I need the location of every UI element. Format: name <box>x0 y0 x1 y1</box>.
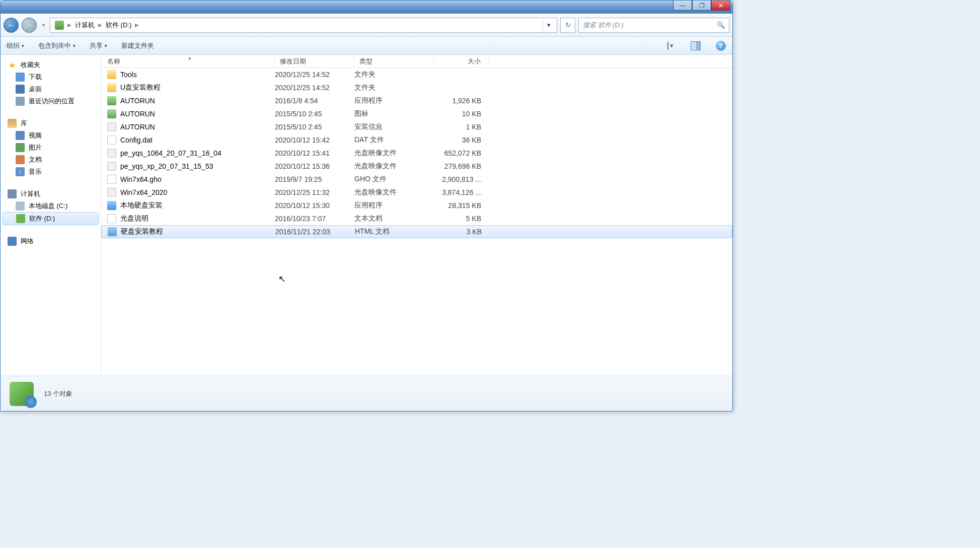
address-bar[interactable]: ▶ 计算机 ▶ 软件 (D:) ▶ ▾ <box>50 18 557 33</box>
sidebar-group-computer: 计算机 本地磁盘 (C:) 软件 (D:) <box>1 188 101 225</box>
file-date: 2020/10/12 15:42 <box>275 136 354 144</box>
search-input[interactable]: 搜索 软件 (D:) 🔍 <box>578 18 729 33</box>
file-date: 2015/5/10 2:45 <box>275 123 354 131</box>
minimize-button[interactable]: — <box>673 1 692 11</box>
history-dropdown[interactable]: ▾ <box>40 20 47 30</box>
file-type: 光盘映像文件 <box>354 162 434 171</box>
file-type: 文件夹 <box>354 70 434 79</box>
column-header-size[interactable]: 大小 <box>434 55 489 67</box>
file-date: 2020/10/12 15:30 <box>275 201 354 210</box>
file-name: AUTORUN <box>120 97 155 105</box>
file-row[interactable]: pe_yqs_1064_20_07_31_16_042020/10/12 15:… <box>101 147 732 160</box>
file-type-icon <box>107 109 116 118</box>
column-header-date[interactable]: 修改日期 <box>275 55 354 67</box>
preview-pane-button[interactable] <box>690 40 701 51</box>
document-icon <box>16 155 25 164</box>
file-row[interactable]: 光盘说明2016/10/23 7:07文本文档5 KB <box>101 212 732 225</box>
breadcrumb-drive[interactable]: 软件 (D:) <box>103 21 134 30</box>
file-date: 2020/12/25 14:52 <box>275 84 354 92</box>
file-size: 3 KB <box>434 228 490 236</box>
sidebar-header-network[interactable]: 网络 <box>1 235 101 247</box>
sidebar-item-documents[interactable]: 文档 <box>1 154 101 166</box>
help-icon: ? <box>716 41 726 51</box>
drive-large-icon <box>10 382 34 406</box>
file-date: 2016/10/23 7:07 <box>275 215 354 223</box>
file-row[interactable]: AUTORUN2016/1/8 4:54应用程序1,926 KB <box>101 94 732 107</box>
sidebar-item-desktop[interactable]: 桌面 <box>1 83 101 95</box>
forward-button[interactable]: → <box>22 18 37 33</box>
list-view-icon <box>667 42 668 50</box>
window-controls: — ❐ ✕ <box>673 1 732 11</box>
file-type-icon <box>107 214 116 223</box>
recent-icon <box>16 97 25 106</box>
sidebar-item-pictures[interactable]: 图片 <box>1 142 101 154</box>
file-row[interactable]: AUTORUN2015/5/10 2:45安装信息1 KB <box>101 120 732 133</box>
share-button[interactable]: 共享▾ <box>90 41 107 50</box>
sidebar-item-drive-d[interactable]: 软件 (D:) <box>3 212 99 225</box>
file-row[interactable]: pe_yqs_xp_20_07_31_15_532020/10/12 15:36… <box>101 160 732 173</box>
address-dropdown-button[interactable]: ▾ <box>543 18 555 32</box>
back-button[interactable]: ← <box>4 18 19 33</box>
file-name: Config.dat <box>120 136 153 144</box>
file-name: 硬盘安装教程 <box>121 227 163 236</box>
toolbar: 组织▾ 包含到库中▾ 共享▾ 新建文件夹 ▾ ? <box>1 37 732 55</box>
title-bar: — ❐ ✕ <box>1 1 732 14</box>
file-row[interactable]: U盘安装教程2020/12/25 14:52文件夹 <box>101 81 732 94</box>
file-size: 10 KB <box>434 110 489 118</box>
file-size: 1 KB <box>434 123 489 131</box>
sidebar-item-music[interactable]: 音乐 <box>1 166 101 178</box>
organize-button[interactable]: 组织▾ <box>7 41 24 50</box>
search-placeholder: 搜索 软件 (D:) <box>583 21 624 30</box>
sidebar-header-libraries[interactable]: 库 <box>1 117 101 129</box>
breadcrumb-computer[interactable]: 计算机 <box>72 21 97 30</box>
file-type-icon <box>107 175 116 184</box>
maximize-button[interactable]: ❐ <box>692 1 711 11</box>
file-type: 文件夹 <box>354 83 434 92</box>
file-row[interactable]: Win7x64_20202020/12/25 11:32光盘映像文件3,874,… <box>101 186 732 199</box>
view-mode-button[interactable]: ▾ <box>665 40 676 51</box>
sidebar-item-downloads[interactable]: 下载 <box>1 71 101 83</box>
file-type-icon <box>107 162 116 171</box>
drive-icon <box>55 21 64 30</box>
new-folder-button[interactable]: 新建文件夹 <box>121 41 154 50</box>
file-row[interactable]: AUTORUN2015/5/10 2:45图标10 KB <box>101 107 732 120</box>
chevron-down-icon: ▾ <box>670 42 673 49</box>
sidebar-group-network: 网络 <box>1 235 101 247</box>
file-size: 652,072 KB <box>434 149 489 157</box>
sidebar-item-drive-c[interactable]: 本地磁盘 (C:) <box>1 200 101 212</box>
sidebar-item-recent[interactable]: 最近访问的位置 <box>1 95 101 107</box>
help-button[interactable]: ? <box>715 40 726 51</box>
file-date: 2020/12/25 11:32 <box>275 188 354 196</box>
file-row[interactable]: Tools2020/12/25 14:52文件夹 <box>101 68 732 81</box>
sidebar-header-favorites[interactable]: ★ 收藏夹 <box>1 59 101 71</box>
file-row[interactable]: 硬盘安装教程2016/11/21 22:03HTML 文档3 KB <box>101 225 732 238</box>
file-type-icon <box>107 135 116 145</box>
column-header-type[interactable]: 类型 <box>354 55 434 67</box>
sidebar-group-libraries: 库 视频 图片 文档 音乐 <box>1 117 101 178</box>
file-row[interactable]: Config.dat2020/10/12 15:42DAT 文件36 KB <box>101 133 732 147</box>
file-type: 应用程序 <box>354 201 434 210</box>
refresh-button[interactable]: ↻ <box>560 18 575 33</box>
sidebar-header-computer[interactable]: 计算机 <box>1 188 101 200</box>
file-row[interactable]: 本地硬盘安装2020/10/12 15:30应用程序28,315 KB <box>101 199 732 212</box>
file-size: 279,696 KB <box>434 162 489 170</box>
file-date: 2016/1/8 4:54 <box>275 97 354 105</box>
sidebar-item-videos[interactable]: 视频 <box>1 129 101 142</box>
file-type-icon <box>107 149 116 158</box>
preview-pane-icon <box>691 41 701 50</box>
file-row[interactable]: Win7x64.gho2019/9/7 19:25GHO 文件2,900,813… <box>101 173 732 186</box>
file-name: pe_yqs_xp_20_07_31_15_53 <box>120 162 213 170</box>
download-icon <box>16 73 25 82</box>
file-size: 3,874,126 ... <box>434 188 489 196</box>
column-header-name[interactable]: 名称 ▲ <box>101 55 275 67</box>
close-button[interactable]: ✕ <box>711 1 730 11</box>
file-date: 2020/10/12 15:41 <box>275 149 354 157</box>
file-list[interactable]: 名称 ▲ 修改日期 类型 大小 Tools2020/12/25 14:52文件夹… <box>101 55 732 376</box>
file-name: 光盘说明 <box>120 214 148 223</box>
computer-icon <box>8 189 17 198</box>
file-date: 2016/11/21 22:03 <box>275 228 355 236</box>
search-icon: 🔍 <box>717 21 725 29</box>
drive-icon <box>16 214 25 223</box>
file-type: DAT 文件 <box>354 135 434 145</box>
include-in-library-button[interactable]: 包含到库中▾ <box>38 41 76 50</box>
